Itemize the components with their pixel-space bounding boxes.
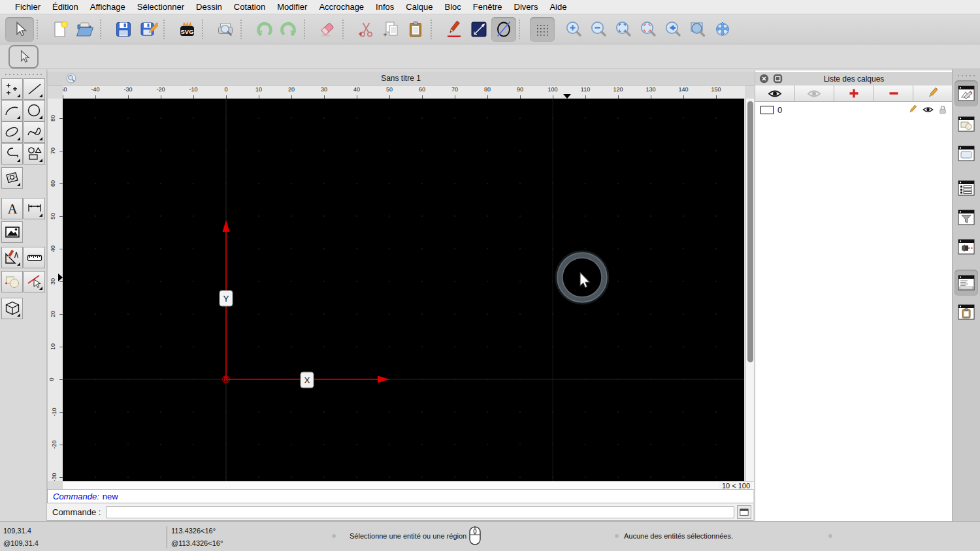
command-input[interactable]: [106, 506, 734, 518]
print-preview-button[interactable]: [213, 17, 238, 42]
menu-item[interactable]: Dessin: [190, 2, 228, 12]
horizontal-scrollbar[interactable]: 10 < 100: [63, 481, 754, 489]
hide-all-layers-button[interactable]: [795, 86, 835, 102]
command-line-dock-button[interactable]: [955, 270, 978, 296]
points-tool-button[interactable]: [1, 78, 23, 100]
arc-tool-button[interactable]: [1, 100, 23, 121]
menu-item[interactable]: Accrochage: [313, 2, 370, 12]
command-history-prompt: Commande:: [53, 492, 99, 501]
save-as-button[interactable]: [136, 17, 161, 42]
menu-item[interactable]: Divers: [508, 2, 544, 12]
menu-item[interactable]: Édition: [46, 2, 84, 12]
zoom-in-button[interactable]: [561, 17, 586, 42]
vertical-scrollbar[interactable]: [745, 99, 754, 481]
palette-drag-handle[interactable]: [4, 73, 42, 76]
polygon-tool-button[interactable]: [24, 143, 45, 165]
menu-item[interactable]: Affichage: [84, 2, 131, 12]
remove-layer-button[interactable]: [874, 86, 914, 102]
zoom-window-button[interactable]: [685, 17, 710, 42]
circle-tool-palette-button[interactable]: [24, 100, 45, 121]
undo-button[interactable]: [252, 17, 276, 42]
menu-item[interactable]: Infos: [370, 2, 400, 12]
pen-wizard-dock-button[interactable]: [955, 234, 978, 260]
library-browser-dock-button[interactable]: [955, 140, 978, 166]
vertical-scrollbar-thumb[interactable]: [747, 101, 753, 362]
document-title: Sans titre 1: [48, 74, 754, 83]
block-tool-button[interactable]: [1, 298, 23, 319]
zoom-back-icon: [663, 20, 683, 39]
menu-item[interactable]: Fichier: [9, 2, 46, 12]
line-tool-palette-button[interactable]: [24, 78, 45, 100]
measure-tool-button[interactable]: [24, 247, 45, 268]
ellipse-tool-button[interactable]: [1, 121, 23, 143]
entity-list-dock-button[interactable]: [955, 175, 978, 201]
export-svg-button[interactable]: SVG: [174, 17, 199, 42]
show-all-layers-button[interactable]: [755, 86, 795, 102]
dock-drag-handle[interactable]: [956, 74, 977, 77]
layer-row[interactable]: 0: [755, 102, 953, 117]
edit-layer-button[interactable]: [913, 86, 953, 102]
zoom-redraw-button[interactable]: [661, 17, 685, 42]
points-tool-icon: [4, 81, 21, 98]
select-entity-button[interactable]: [24, 271, 45, 292]
toolbar-separator: [431, 20, 438, 39]
entity-filter-dock-button[interactable]: [955, 204, 978, 230]
layer-list-dock-button[interactable]: [955, 80, 978, 106]
image-tool-button[interactable]: [1, 221, 23, 243]
text-tool-button[interactable]: A: [1, 198, 23, 219]
menu-item[interactable]: Bloc: [438, 2, 466, 12]
ruler-label: 50: [386, 86, 393, 93]
zoom-out-button[interactable]: [586, 17, 611, 42]
ruler-label: 150: [711, 86, 721, 93]
block-list-dock-button[interactable]: [955, 111, 978, 137]
ruler-label: 30: [321, 86, 327, 93]
zoom-auto-button[interactable]: [611, 17, 636, 42]
open-document-button[interactable]: [73, 17, 97, 42]
ellipse-icon: [4, 124, 21, 141]
spline-tool-button[interactable]: [24, 121, 45, 143]
select-tool-button[interactable]: [5, 17, 34, 42]
drawing-window-titlebar[interactable]: Sans titre 1: [48, 72, 754, 86]
pencil-icon: [926, 87, 939, 100]
layer-color-swatch[interactable]: [760, 106, 774, 114]
float-panel-icon[interactable]: [773, 74, 783, 84]
order-tool-button[interactable]: [1, 271, 23, 292]
cursor-arrow-icon: [15, 48, 32, 65]
command-dock-button[interactable]: [737, 505, 751, 519]
circle-tool-button[interactable]: [491, 17, 516, 42]
menu-item[interactable]: Modifier: [271, 2, 313, 12]
menu-item[interactable]: Calque: [400, 2, 438, 12]
ruler-label: 100: [547, 86, 557, 93]
menu-item[interactable]: Cotation: [228, 2, 271, 12]
layer-edit-pencil-icon[interactable]: [907, 104, 918, 115]
selection-pointer-button[interactable]: [8, 45, 39, 69]
relative-polar-coordinates: @113.4326<16°: [171, 539, 223, 547]
cut-button[interactable]: [353, 17, 378, 42]
redo-button[interactable]: [276, 17, 301, 42]
save-button[interactable]: [111, 17, 136, 42]
new-document-button[interactable]: [48, 17, 73, 42]
delete-button[interactable]: [315, 17, 340, 42]
paste-button[interactable]: [403, 17, 428, 42]
ruler-label: 70: [50, 148, 56, 154]
menu-item[interactable]: Fenêtre: [467, 2, 508, 12]
clipboard-dock-button[interactable]: [955, 299, 978, 325]
line-tool-button[interactable]: [466, 17, 491, 42]
drawing-canvas[interactable]: Y X: [63, 99, 744, 481]
red-pencil-icon: [444, 20, 464, 39]
hatch-tool-button[interactable]: [1, 167, 23, 189]
polyline-tool-button[interactable]: [1, 143, 23, 165]
grid-toggle-button[interactable]: [530, 17, 555, 42]
layer-visibility-eye-icon[interactable]: [922, 105, 934, 114]
copy-button[interactable]: [378, 17, 403, 42]
close-icon[interactable]: [759, 74, 769, 84]
zoom-pan-button[interactable]: [710, 17, 735, 42]
pen-attributes-button[interactable]: [442, 17, 466, 42]
menu-item[interactable]: Sélectionner: [131, 2, 190, 12]
zoom-previous-button[interactable]: [636, 17, 661, 42]
dimension-tool-button[interactable]: [24, 198, 45, 219]
modify-tools-button[interactable]: [1, 247, 23, 268]
layer-lock-icon[interactable]: [938, 104, 947, 115]
menu-item[interactable]: Aide: [544, 2, 572, 12]
add-layer-button[interactable]: [834, 86, 874, 102]
